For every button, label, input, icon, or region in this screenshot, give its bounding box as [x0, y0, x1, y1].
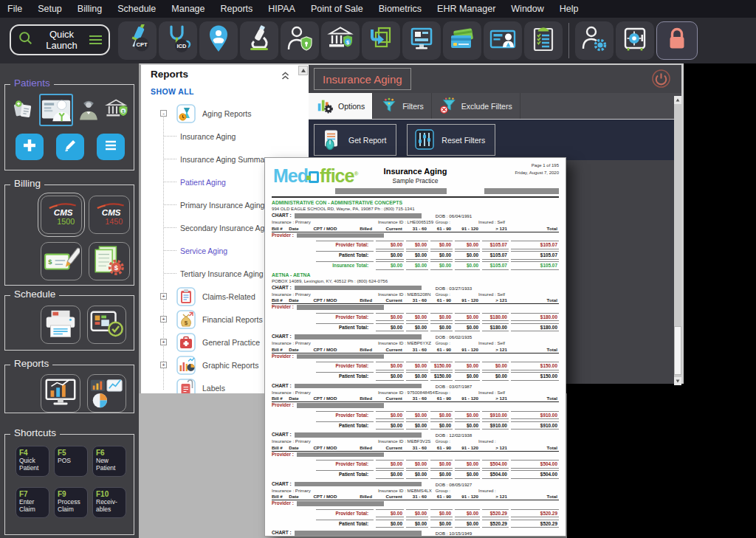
add-patient-button[interactable]	[16, 134, 44, 160]
auto-billing-button[interactable]: $	[89, 242, 130, 280]
bank-deposits-button[interactable]: $	[321, 21, 360, 60]
credit-card-payments-icon	[447, 24, 477, 57]
patient-person-icon[interactable]	[76, 95, 101, 125]
menu-item-setup[interactable]: Setup	[38, 4, 62, 14]
print-schedule-button[interactable]	[41, 306, 80, 344]
insured-party: Insured : Self	[478, 219, 505, 224]
reset-filters-button[interactable]: Reset Filters	[407, 124, 495, 156]
panel-action-bar: Get ReportReset Filters	[309, 120, 681, 160]
icd-codes-button[interactable]: ICD	[159, 21, 197, 60]
cpt-codes-button[interactable]: CPT	[118, 21, 157, 60]
scroll-thumb[interactable]	[674, 326, 681, 375]
tree-expander-icon[interactable]: -	[160, 110, 167, 117]
shortcut-f7[interactable]: F7Enter Claim	[16, 487, 49, 518]
patient-locator-button[interactable]	[199, 21, 238, 60]
shortcut-f5[interactable]: F5POS	[54, 446, 88, 477]
menu-item-billing[interactable]: Billing	[78, 4, 102, 14]
menu-item-hipaa[interactable]: HIPAA	[268, 4, 295, 14]
menu-item-schedule[interactable]: Schedule	[117, 4, 156, 14]
shortcut-f9[interactable]: F9Process Claim	[54, 487, 88, 518]
logo-o-icon	[309, 171, 319, 183]
screen-reports-button[interactable]	[41, 374, 80, 413]
edit-patient-button[interactable]	[56, 134, 84, 160]
column-header: 61 - 90	[428, 494, 453, 499]
provider-label: Provider :	[272, 232, 294, 238]
tree-item-insurance-aging[interactable]: Insurance Aging	[141, 125, 309, 148]
patient-id-card-icon-selected[interactable]	[39, 94, 73, 126]
report-payer-address: POBOX 14089, Lexington, KY, 40512 Ph : (…	[272, 278, 559, 283]
menu-item-point-of-sale[interactable]: Point of Sale	[311, 4, 363, 14]
print-check-button[interactable]: $	[41, 242, 82, 280]
task-list-button[interactable]	[524, 21, 563, 60]
quick-launch-button[interactable]: Quick Launch	[10, 24, 110, 55]
menu-item-reports[interactable]: Reports	[221, 4, 253, 14]
cpt-codes-icon: CPT	[123, 24, 152, 57]
menu-item-file[interactable]: File	[7, 4, 22, 14]
menu-item-biometrics[interactable]: Biometrics	[379, 4, 422, 14]
column-header: Billed	[348, 494, 374, 499]
tree-expander-icon[interactable]: +	[160, 362, 167, 368]
patient-banking-icon[interactable]: $	[104, 95, 129, 125]
workstation-button[interactable]	[402, 21, 441, 60]
patient-documents-icon[interactable]	[11, 95, 36, 125]
tree-scroll-up-button[interactable]	[298, 66, 308, 75]
scroll-up-arrow[interactable]	[674, 96, 681, 104]
report-provider-row: Provider :	[272, 402, 559, 409]
report-insurance-row: Insurance : PrimaryInsurance ID : MEBS20…	[272, 292, 559, 298]
tree-item-label: Primary Insurance Aging	[180, 201, 264, 210]
total-value: $0.00	[455, 460, 480, 469]
menu-item-ehr-manager[interactable]: EHR Manager	[437, 4, 495, 14]
cms-1500-button[interactable]: CMS1500	[41, 196, 82, 234]
column-header: > 121	[480, 347, 509, 352]
import-export-button[interactable]	[362, 21, 400, 60]
user-settings-button[interactable]	[575, 21, 614, 60]
appointments-button[interactable]	[87, 306, 127, 344]
get-report-button[interactable]: Get Report	[314, 124, 396, 156]
lock-button[interactable]	[656, 21, 698, 60]
report-provider-total-row: Provider Total:$0.00$0.00$0.00$0.00$504.…	[272, 460, 559, 469]
column-header: Billed	[348, 297, 374, 303]
tab-filters[interactable]: Filters	[373, 93, 432, 119]
patient-list-button[interactable]	[97, 134, 125, 160]
cms-1450-button[interactable]: CMS1450	[89, 196, 130, 234]
menu-item-window[interactable]: Window	[511, 4, 543, 14]
credit-card-payments-button[interactable]	[443, 21, 481, 60]
chart-label: CHART :	[272, 530, 292, 535]
menu-item-help[interactable]: Help	[560, 4, 579, 14]
shortcut-f6[interactable]: F6New Patient	[92, 446, 126, 477]
collapse-all-icon[interactable]	[281, 70, 289, 83]
report-preview-window[interactable]: Page 1 of 195 Friday, August 7, 2020 Med…	[264, 157, 566, 537]
panel-scrollbar[interactable]	[674, 96, 681, 385]
patient-security-button[interactable]	[281, 21, 319, 60]
user-settings-icon	[580, 24, 609, 57]
tree-expander-icon[interactable]: +	[160, 339, 167, 345]
column-header: Current	[374, 297, 404, 303]
show-all-link[interactable]: SHOW ALL	[151, 87, 194, 96]
vault-button[interactable]	[616, 21, 654, 60]
report-provider-total-row: Provider Total:$0.00$0.00$0.00$0.00$520.…	[272, 509, 559, 518]
shortcut-f4[interactable]: F4Quick Patient	[16, 446, 49, 477]
total-value: $910.00	[482, 421, 509, 430]
insurance-id: Insurance ID : MEBP6YXZ	[378, 340, 431, 345]
tree-expander-icon[interactable]: +	[160, 293, 167, 300]
tree-item-aging-reports[interactable]: -Aging Reports	[141, 102, 309, 125]
tree-expander-icon[interactable]: +	[160, 316, 167, 323]
menu-item-manage[interactable]: Manage	[171, 4, 205, 14]
scroll-down-arrow[interactable]	[674, 377, 681, 385]
pencil-icon	[62, 137, 78, 156]
redacted-bar	[484, 188, 559, 194]
total-value: $504.00	[482, 460, 509, 469]
power-close-button[interactable]	[651, 69, 671, 89]
shortcut-label: Receiv- ables	[96, 499, 123, 514]
total-value: $0.00	[376, 362, 404, 370]
lab-microscope-button[interactable]	[240, 21, 278, 60]
shortcut-f10[interactable]: F10Receiv- ables	[92, 487, 126, 518]
tab-exclude-filters[interactable]: Exclude Filters	[432, 93, 520, 119]
report-provider-total-row: Provider Total:$0.00$0.00$0.00$0.00$105.…	[272, 241, 559, 249]
graphic-reports-button[interactable]	[87, 374, 127, 413]
tree-item-label: Secondary Insurance Aging	[180, 224, 275, 232]
tab-options[interactable]: Options	[309, 93, 373, 119]
employee-badge-button[interactable]	[484, 21, 522, 60]
column-header: 31 - 60	[404, 297, 428, 303]
list-icon	[103, 137, 119, 156]
